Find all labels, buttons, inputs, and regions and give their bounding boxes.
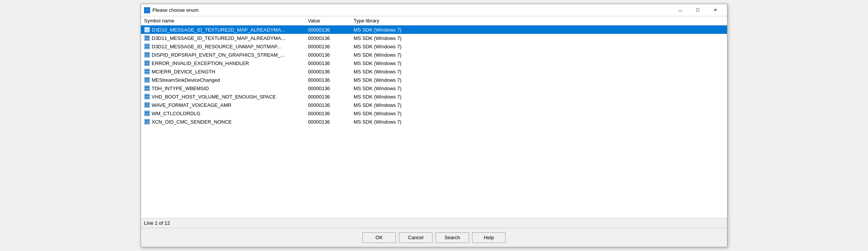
item-type-library: MS SDK (Windows 7) [354, 27, 724, 33]
item-symbol: D3D12_MESSAGE_ID_RESOURCE_UNMAP_NOTMAP..… [152, 44, 308, 49]
item-value: 00000136 [308, 52, 354, 58]
column-header-value: Value [308, 18, 354, 24]
item-value: 00000136 [308, 44, 354, 49]
svg-rect-2 [145, 11, 147, 13]
item-symbol: XCN_OID_CMC_SENDER_NONCE [152, 119, 308, 125]
list-item[interactable]: D3D12_MESSAGE_ID_RESOURCE_UNMAP_NOTMAP..… [141, 42, 727, 51]
item-value: 00000136 [308, 35, 354, 41]
item-value: 00000136 [308, 94, 354, 100]
item-type-library: MS SDK (Windows 7) [354, 77, 724, 83]
item-symbol: TDH_INTYPE_WBEMSID [152, 86, 308, 91]
enum-icon [144, 35, 150, 41]
list-item[interactable]: DISPID_RDPSRAPI_EVENT_ON_GRAPHICS_STREAM… [141, 51, 727, 59]
item-value: 00000136 [308, 69, 354, 75]
status-text: Line 1 of 12 [144, 220, 170, 226]
item-type-library: MS SDK (Windows 7) [354, 60, 724, 66]
item-symbol: MEStreamSinkDeviceChanged [152, 77, 308, 83]
list-item[interactable]: D3D11_MESSAGE_ID_TEXTURE2D_MAP_ALREADYMA… [141, 34, 727, 42]
enum-icon [144, 52, 150, 58]
item-symbol: WAVE_FORMAT_VOICEAGE_AMR [152, 102, 308, 108]
item-symbol: D3D11_MESSAGE_ID_TEXTURE2D_MAP_ALREADYMA… [152, 35, 308, 41]
item-type-library: MS SDK (Windows 7) [354, 102, 724, 108]
enum-icon [144, 119, 150, 125]
enum-list[interactable]: D3D10_MESSAGE_ID_TEXTURE2D_MAP_ALREADYMA… [141, 25, 727, 218]
list-item[interactable]: VHD_BOOT_HOST_VOLUME_NOT_ENOUGH_SPACE000… [141, 92, 727, 101]
dialog-window: Please choose enum — ☐ ✕ Symbol name Val… [141, 4, 727, 247]
item-type-library: MS SDK (Windows 7) [354, 86, 724, 91]
item-symbol: VHD_BOOT_HOST_VOLUME_NOT_ENOUGH_SPACE [152, 94, 308, 100]
enum-icon [144, 27, 150, 33]
column-header-symbol: Symbol name [144, 18, 308, 24]
button-bar: OK Cancel Search Help [141, 228, 727, 247]
window-controls: — ☐ ✕ [671, 5, 724, 16]
item-type-library: MS SDK (Windows 7) [354, 35, 724, 41]
maximize-button[interactable]: ☐ [689, 5, 706, 16]
help-button[interactable]: Help [472, 232, 506, 243]
item-symbol: ERROR_INVALID_EXCEPTION_HANDLER [152, 60, 308, 66]
item-type-library: MS SDK (Windows 7) [354, 69, 724, 75]
item-value: 00000136 [308, 77, 354, 83]
list-item[interactable]: MEStreamSinkDeviceChanged00000136MS SDK … [141, 76, 727, 84]
search-button[interactable]: Search [436, 232, 469, 243]
svg-rect-0 [145, 8, 147, 10]
enum-icon [144, 110, 150, 116]
enum-icon [144, 85, 150, 91]
enum-icon [144, 68, 150, 75]
item-value: 00000136 [308, 102, 354, 108]
list-item[interactable]: XCN_OID_CMC_SENDER_NONCE00000136MS SDK (… [141, 118, 727, 126]
item-type-library: MS SDK (Windows 7) [354, 52, 724, 58]
item-type-library: MS SDK (Windows 7) [354, 94, 724, 100]
enum-icon [144, 43, 150, 49]
minimize-button[interactable]: — [671, 5, 689, 16]
enum-icon [144, 102, 150, 108]
window-icon [144, 7, 150, 13]
item-value: 00000136 [308, 119, 354, 125]
item-value: 00000136 [308, 27, 354, 33]
title-bar: Please choose enum — ☐ ✕ [141, 4, 727, 16]
svg-rect-3 [147, 11, 149, 13]
list-item[interactable]: WAVE_FORMAT_VOICEAGE_AMR00000136MS SDK (… [141, 101, 727, 109]
list-item[interactable]: WM_CTLCOLORDLG00000136MS SDK (Windows 7) [141, 109, 727, 118]
list-item[interactable]: MCIERR_DEVICE_LENGTH00000136MS SDK (Wind… [141, 67, 727, 76]
list-item[interactable]: TDH_INTYPE_WBEMSID00000136MS SDK (Window… [141, 84, 727, 92]
ok-button[interactable]: OK [362, 232, 396, 243]
item-symbol: WM_CTLCOLORDLG [152, 111, 308, 116]
enum-icon [144, 94, 150, 100]
enum-icon [144, 60, 150, 66]
column-headers: Symbol name Value Type library [141, 16, 727, 25]
list-item[interactable]: D3D10_MESSAGE_ID_TEXTURE2D_MAP_ALREADYMA… [141, 25, 727, 34]
item-type-library: MS SDK (Windows 7) [354, 44, 724, 49]
item-type-library: MS SDK (Windows 7) [354, 111, 724, 116]
item-value: 00000136 [308, 86, 354, 91]
list-item[interactable]: ERROR_INVALID_EXCEPTION_HANDLER00000136M… [141, 59, 727, 67]
item-symbol: D3D10_MESSAGE_ID_TEXTURE2D_MAP_ALREADYMA… [152, 27, 308, 33]
window-title: Please choose enum [152, 7, 669, 13]
item-symbol: MCIERR_DEVICE_LENGTH [152, 69, 308, 75]
svg-rect-1 [147, 8, 149, 10]
item-value: 00000136 [308, 60, 354, 66]
status-bar: Line 1 of 12 [141, 218, 727, 228]
column-header-type: Type library [354, 18, 724, 24]
cancel-button[interactable]: Cancel [399, 232, 432, 243]
item-symbol: DISPID_RDPSRAPI_EVENT_ON_GRAPHICS_STREAM… [152, 52, 308, 58]
item-value: 00000136 [308, 111, 354, 116]
enum-icon [144, 77, 150, 83]
close-button[interactable]: ✕ [706, 5, 724, 16]
item-type-library: MS SDK (Windows 7) [354, 119, 724, 125]
